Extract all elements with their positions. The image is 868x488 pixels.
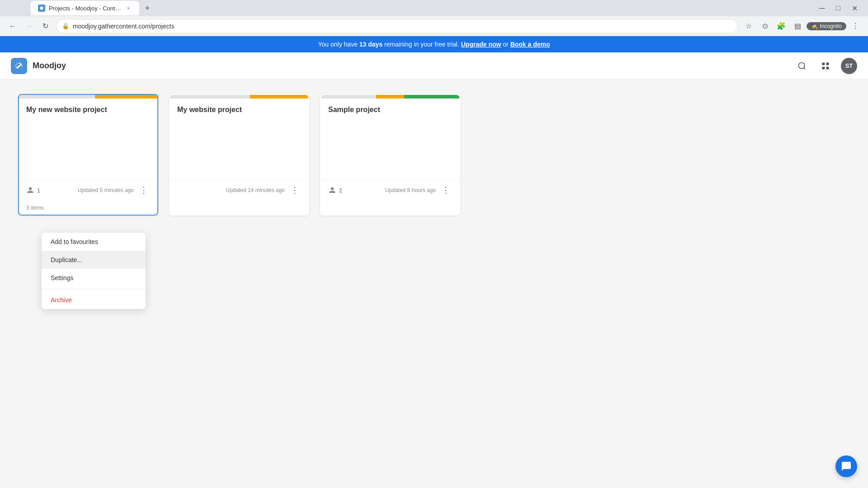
card-progress-1 xyxy=(19,95,157,99)
nav-right-controls: ☆ ⊙ 🧩 ▤ 🕵 Incognito ⋮ xyxy=(741,19,863,33)
banner-days: 13 days xyxy=(359,41,382,48)
app-header: Moodjoy ST xyxy=(0,52,868,80)
chat-button[interactable] xyxy=(835,455,857,477)
user-avatar[interactable]: ST xyxy=(841,58,857,74)
active-tab[interactable]: Projects - Moodjoy - Content M... × xyxy=(31,1,139,15)
more-button-1[interactable]: ⋮ xyxy=(137,184,150,197)
navigation-bar: ← → ↻ 🔒 moodjoy.gathercontent.com/projec… xyxy=(0,16,868,36)
profile-button[interactable]: ⊙ xyxy=(758,19,772,33)
demo-link[interactable]: Book a demo xyxy=(510,41,550,48)
duplicate-item[interactable]: Duplicate... xyxy=(42,251,146,269)
more-button-3[interactable]: ⋮ xyxy=(439,184,452,197)
incognito-icon: 🕵 xyxy=(811,23,818,29)
trial-banner: You only have 13 days remaining in your … xyxy=(0,36,868,52)
settings-item[interactable]: Settings xyxy=(42,269,146,287)
user-count-3: 2 xyxy=(339,187,342,194)
sidebar-button[interactable]: ▤ xyxy=(790,19,805,33)
card-footer-1: 1 Updated 5 minutes ago ⋮ xyxy=(19,180,157,202)
svg-point-0 xyxy=(799,62,805,68)
app-logo[interactable] xyxy=(11,58,27,74)
project-card-2[interactable]: My website project Updated 14 minutes ag… xyxy=(169,94,309,216)
project-card-3[interactable]: Sample project 2 Updated 8 hours ago xyxy=(320,94,460,216)
card-items-1: 3 items xyxy=(19,202,157,215)
main-content: My new website project 1 Updated 5 minut… xyxy=(0,80,868,488)
card-body-2: My website project xyxy=(170,99,308,180)
progress-yellow-3 xyxy=(321,95,376,99)
card-inner-2: My website project Updated 14 minutes ag… xyxy=(170,95,308,202)
card-meta-1: 1 xyxy=(26,186,40,194)
user-icon-1 xyxy=(26,186,34,194)
context-menu: Add to favourites Duplicate... Settings … xyxy=(42,233,146,309)
card-inner-1: My new website project 1 Updated 5 minut… xyxy=(19,95,157,202)
card-inner-3: Sample project 2 Updated 8 hours ago xyxy=(321,95,459,202)
svg-rect-3 xyxy=(822,66,825,69)
refresh-button[interactable]: ↻ xyxy=(38,19,52,33)
url-text: moodjoy.gathercontent.com/projects xyxy=(73,23,175,30)
project-card-1[interactable]: My new website project 1 Updated 5 minut… xyxy=(18,94,158,216)
card-title-2: My website project xyxy=(177,106,301,114)
progress-gray-1 xyxy=(19,95,95,99)
minimize-btn[interactable]: ─ xyxy=(816,2,828,14)
updated-text-2: Updated 14 minutes ago xyxy=(226,187,285,193)
upgrade-link[interactable]: Upgrade now xyxy=(461,41,501,48)
user-count-1: 1 xyxy=(37,187,40,194)
lock-icon: 🔒 xyxy=(62,23,69,29)
card-footer-2: Updated 14 minutes ago ⋮ xyxy=(170,180,308,202)
context-menu-divider xyxy=(42,289,146,289)
add-favourites-item[interactable]: Add to favourites xyxy=(42,233,146,251)
incognito-label: Incognito xyxy=(820,23,842,29)
tab-bar: Projects - Moodjoy - Content M... × + ─ … xyxy=(0,0,868,16)
progress-yellow-1 xyxy=(95,95,157,99)
app-name: Moodjoy xyxy=(33,61,66,70)
card-body-3: Sample project xyxy=(321,99,459,180)
card-progress-3 xyxy=(321,95,459,99)
browser-window: Projects - Moodjoy - Content M... × + ─ … xyxy=(0,0,868,488)
tab-close-btn[interactable]: × xyxy=(125,5,132,12)
tab-title: Projects - Moodjoy - Content M... xyxy=(49,5,121,12)
incognito-badge: 🕵 Incognito xyxy=(807,22,846,30)
user-icon-3 xyxy=(328,186,336,194)
progress-yellow-2 xyxy=(250,95,308,99)
progress-gray-2 xyxy=(170,95,250,99)
svg-rect-4 xyxy=(826,66,829,69)
archive-item[interactable]: Archive xyxy=(42,291,146,309)
back-button[interactable]: ← xyxy=(5,19,20,33)
search-button[interactable] xyxy=(794,58,810,74)
maximize-btn[interactable]: □ xyxy=(832,2,844,14)
banner-middle: remaining in your free trial. xyxy=(382,41,461,48)
nav-controls: ← → ↻ xyxy=(5,19,52,33)
card-progress-2 xyxy=(170,95,308,99)
card-meta-3: 2 xyxy=(328,186,342,194)
progress-green-3 xyxy=(404,95,459,99)
forward-button[interactable]: → xyxy=(22,19,36,33)
svg-rect-2 xyxy=(826,62,829,65)
close-window-btn[interactable]: ✕ xyxy=(848,2,861,14)
new-tab-button[interactable]: + xyxy=(141,2,154,14)
tab-favicon xyxy=(38,5,45,12)
apps-button[interactable] xyxy=(817,58,834,74)
card-footer-3: 2 Updated 8 hours ago ⋮ xyxy=(321,180,459,202)
extensions-button[interactable]: 🧩 xyxy=(774,19,788,33)
projects-grid: My new website project 1 Updated 5 minut… xyxy=(18,94,850,216)
address-bar[interactable]: 🔒 moodjoy.gathercontent.com/projects xyxy=(56,19,738,33)
card-body-1: My new website project xyxy=(19,99,157,180)
card-title-1: My new website project xyxy=(26,106,150,114)
progress-orange-3 xyxy=(376,95,404,99)
more-button-2[interactable]: ⋮ xyxy=(288,184,301,197)
updated-text-1: Updated 5 minutes ago xyxy=(78,187,134,193)
banner-prefix: You only have xyxy=(318,41,359,48)
updated-text-3: Updated 8 hours ago xyxy=(385,187,436,193)
banner-or: or xyxy=(501,41,510,48)
svg-rect-1 xyxy=(822,62,825,65)
more-options-button[interactable]: ⋮ xyxy=(848,19,863,33)
header-right: ST xyxy=(794,58,857,74)
bookmark-button[interactable]: ☆ xyxy=(741,19,756,33)
card-title-3: Sample project xyxy=(328,106,452,114)
